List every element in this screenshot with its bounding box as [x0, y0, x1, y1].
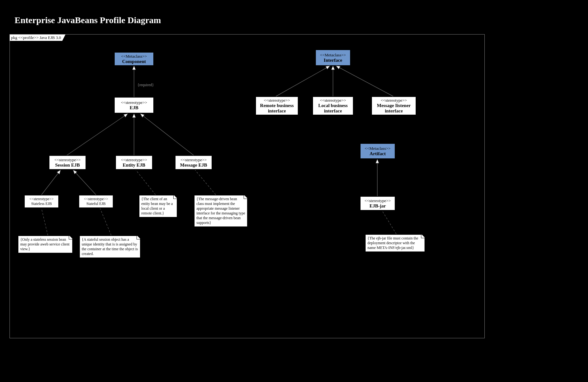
svg-line-4 — [42, 170, 61, 195]
edges-layer — [10, 35, 485, 339]
svg-line-12 — [336, 66, 393, 96]
stereotype-stateful-ejb[interactable]: <<stereotype>> Stateful EJB — [79, 195, 113, 208]
stereo-label: <<stereotype>> — [117, 100, 151, 105]
svg-line-10 — [276, 66, 330, 96]
name-label: Stateful EJB — [81, 201, 111, 206]
diagram-frame: pkg <<profile>> Java EJB 3.0 <<Metaclas — [10, 34, 485, 338]
stereo-label: <<stereotype>> — [51, 157, 84, 162]
stereotype-ejb[interactable]: <<stereotype>> EJB — [114, 97, 154, 113]
metaclass-artifact[interactable]: <<Metaclass>> Artifact — [360, 143, 395, 159]
svg-line-3 — [140, 114, 194, 155]
name-label: EJB — [117, 105, 151, 111]
stereo-label: <<stereotype>> — [374, 98, 414, 103]
name-label: Entity EJB — [118, 162, 150, 168]
svg-line-9 — [195, 170, 216, 195]
name-label: Message Iistener interface — [374, 103, 414, 114]
stereotype-stateless-ejb[interactable]: <<stereotype>> Stateless EJB — [24, 195, 59, 208]
name-label: Component — [117, 59, 151, 64]
stereotype-local-interface[interactable]: <<stereotype>> Local business interface — [313, 97, 353, 115]
stereo-label: <<Metaclass>> — [318, 53, 348, 58]
stereo-label: <<stereotype>> — [118, 157, 150, 162]
name-label: Local business interface — [315, 103, 351, 114]
metaclass-component[interactable]: <<Metaclass>> Component — [114, 52, 154, 66]
svg-line-5 — [73, 170, 96, 195]
stereotype-message-ejb[interactable]: <<stereotype>> Message EJB — [175, 156, 212, 169]
stereo-label: <<stereotype>> — [315, 98, 351, 103]
stereo-label: <<Metaclass>> — [362, 146, 393, 151]
note-stateful: {A stateful session object has a unique … — [80, 236, 140, 258]
note-message: {The message-driven bean class must impl… — [194, 195, 247, 227]
name-label: Message EJB — [177, 162, 210, 168]
diagram-title: Enterprise JavaBeans Profile Diagram — [15, 15, 161, 25]
stereo-label: <<stereotype>> — [177, 157, 210, 162]
stereo-label: <<stereotype>> — [362, 198, 393, 203]
stereo-label: <<stereotype>> — [258, 98, 296, 103]
note-stateless: {Only a stateless session bean may provi… — [18, 236, 73, 253]
stereo-label: <<stereotype>> — [81, 197, 111, 201]
stereotype-entity-ejb[interactable]: <<stereotype>> Entity EJB — [116, 156, 152, 169]
metaclass-interface[interactable]: <<Metaclass>> Interface — [316, 50, 350, 66]
stereotype-remote-interface[interactable]: <<stereotype>> Remote business interface — [256, 97, 298, 115]
stereo-label: <<stereotype>> — [27, 197, 56, 201]
name-label: EJB-jar — [362, 203, 393, 209]
required-constraint-label: {required} — [137, 83, 154, 87]
note-entity: {The client of an entity bean may be a l… — [139, 195, 177, 217]
note-ejbjar: {The ejb-jar file must contain the deplo… — [365, 234, 425, 252]
svg-line-6 — [42, 208, 48, 235]
svg-line-8 — [136, 170, 156, 195]
stereotype-ejb-jar[interactable]: <<stereotype>> EJB-jar — [360, 196, 395, 210]
stereotype-listener-interface[interactable]: <<stereotype>> Message Iistener interfac… — [372, 97, 416, 115]
name-label: Remote business interface — [258, 103, 296, 114]
stereotype-session-ejb[interactable]: <<stereotype>> Session EJB — [49, 156, 86, 169]
svg-line-7 — [100, 208, 111, 235]
name-label: Artifact — [362, 151, 393, 156]
name-label: Stateless EJB — [27, 201, 56, 206]
stereo-label: <<Metaclass>> — [117, 54, 151, 59]
name-label: Interface — [318, 58, 348, 63]
name-label: Session EJB — [51, 162, 84, 168]
svg-line-14 — [382, 211, 396, 234]
svg-line-1 — [67, 114, 128, 155]
